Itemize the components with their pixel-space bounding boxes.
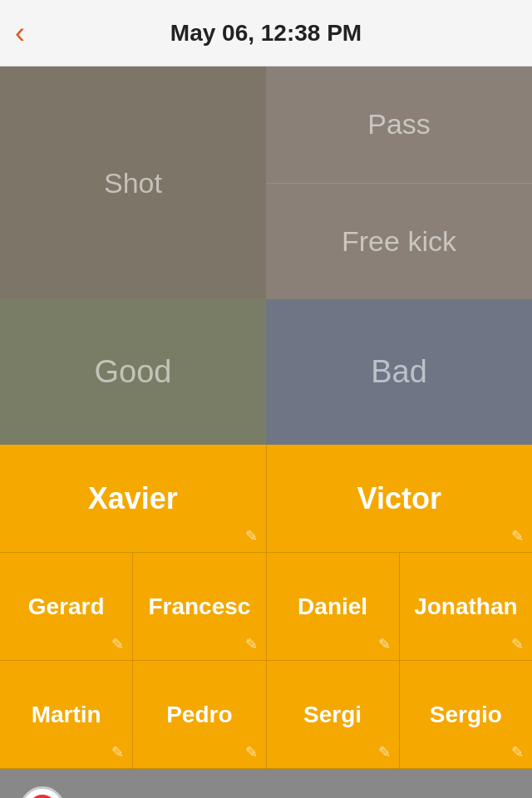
pass-button[interactable]: Pass bbox=[266, 66, 532, 184]
player-gerard[interactable]: Gerard ✎ bbox=[0, 553, 133, 660]
action-area: Shot Pass Free kick bbox=[0, 66, 532, 299]
player-gerard-name: Gerard bbox=[28, 594, 105, 620]
edit-icon-sergio: ✎ bbox=[511, 743, 524, 761]
edit-icon-pedro: ✎ bbox=[245, 743, 258, 761]
shot-button[interactable]: Shot bbox=[0, 66, 266, 299]
good-button[interactable]: Good bbox=[0, 299, 266, 445]
free-kick-label: Free kick bbox=[342, 225, 456, 258]
players-area: Xavier ✎ Victor ✎ Gerard ✎ Francesc ✎ Da… bbox=[0, 445, 532, 769]
shot-label: Shot bbox=[104, 167, 162, 200]
header: ‹ May 06, 12:38 PM bbox=[0, 0, 532, 66]
player-sergi-name: Sergi bbox=[303, 702, 362, 728]
player-victor-name: Victor bbox=[357, 481, 441, 516]
player-martin-name: Martin bbox=[32, 702, 101, 728]
players-row-2: Gerard ✎ Francesc ✎ Daniel ✎ Jonathan ✎ bbox=[0, 553, 532, 661]
good-bad-area: Good Bad bbox=[0, 299, 532, 445]
players-row-1: Xavier ✎ Victor ✎ bbox=[0, 445, 532, 553]
pass-label: Pass bbox=[367, 108, 431, 140]
player-martin[interactable]: Martin ✎ bbox=[0, 661, 133, 768]
player-pedro[interactable]: Pedro ✎ bbox=[133, 661, 266, 768]
bad-button[interactable]: Bad bbox=[266, 299, 532, 445]
edit-icon-jonathan: ✎ bbox=[511, 635, 524, 653]
bottom-bar: Start 1. Half bbox=[0, 769, 532, 798]
player-jonathan[interactable]: Jonathan ✎ bbox=[400, 553, 532, 660]
player-daniel[interactable]: Daniel ✎ bbox=[267, 553, 400, 660]
edit-icon-xavier: ✎ bbox=[245, 527, 258, 545]
start-half-label: Start 1. Half bbox=[81, 796, 204, 799]
player-daniel-name: Daniel bbox=[298, 594, 367, 620]
bad-label: Bad bbox=[371, 354, 427, 390]
player-francesc[interactable]: Francesc ✎ bbox=[133, 553, 266, 660]
player-jonathan-name: Jonathan bbox=[414, 594, 517, 620]
players-row-3: Martin ✎ Pedro ✎ Sergi ✎ Sergio ✎ bbox=[0, 661, 532, 769]
pass-freekick-area: Pass Free kick bbox=[266, 66, 532, 299]
good-label: Good bbox=[95, 354, 172, 390]
edit-icon-francesc: ✎ bbox=[245, 635, 258, 653]
edit-icon-sergi: ✎ bbox=[378, 743, 391, 761]
edit-icon-martin: ✎ bbox=[111, 743, 124, 761]
edit-icon-daniel: ✎ bbox=[378, 635, 391, 653]
free-kick-button[interactable]: Free kick bbox=[266, 184, 532, 300]
player-pedro-name: Pedro bbox=[166, 702, 232, 728]
record-indicator bbox=[28, 795, 57, 799]
player-sergi[interactable]: Sergi ✎ bbox=[267, 661, 400, 768]
header-title: May 06, 12:38 PM bbox=[170, 20, 362, 47]
player-sergio-name: Sergio bbox=[430, 702, 502, 728]
record-button[interactable] bbox=[20, 786, 65, 799]
player-xavier-name: Xavier bbox=[88, 481, 178, 516]
player-xavier[interactable]: Xavier ✎ bbox=[0, 445, 267, 552]
back-button[interactable]: ‹ bbox=[15, 18, 25, 48]
edit-icon-gerard: ✎ bbox=[111, 635, 124, 653]
edit-icon-victor: ✎ bbox=[511, 527, 524, 545]
player-sergio[interactable]: Sergio ✎ bbox=[400, 661, 532, 768]
player-victor[interactable]: Victor ✎ bbox=[267, 445, 533, 552]
player-francesc-name: Francesc bbox=[148, 594, 250, 620]
